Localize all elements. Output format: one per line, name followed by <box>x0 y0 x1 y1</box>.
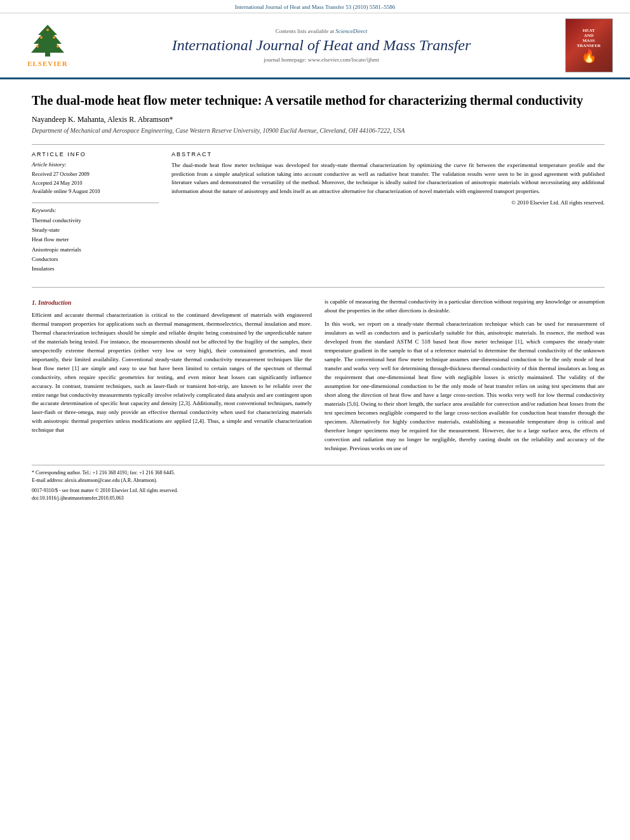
elsevier-logo: ELSEVIER <box>22 23 73 67</box>
keyword-item: Anisotropic materials <box>32 245 159 255</box>
info-abstract-section: ARTICLE INFO Article history: Received 2… <box>32 144 605 274</box>
email-line: E-mail address: alexis.abramson@case.edu… <box>32 477 605 484</box>
journal-header: ELSEVIER Contents lists available at Sci… <box>0 13 630 79</box>
received-date: Received 27 October 2009 <box>32 171 90 177</box>
article-content: The dual-mode heat flow meter technique:… <box>0 79 630 515</box>
article-info-label: ARTICLE INFO <box>32 151 159 157</box>
journal-url: journal homepage: www.elsevier.com/locat… <box>89 57 554 63</box>
keyword-item: Insulators <box>32 264 159 274</box>
article-history-label: Article history: <box>32 161 159 168</box>
svg-point-5 <box>57 45 59 48</box>
top-citation-bar: International Journal of Heat and Mass T… <box>0 0 630 13</box>
journal-name: International Journal of Heat and Mass T… <box>89 37 554 54</box>
authors: Nayandeep K. Mahanta, Alexis R. Abramson… <box>32 115 605 124</box>
svg-point-2 <box>40 36 43 39</box>
article-title: The dual-mode heat flow meter technique:… <box>32 92 605 109</box>
doi-line: doi:10.1016/j.ijheatmasstransfer.2010.05… <box>32 495 605 502</box>
abstract-text: The dual-mode heat flow meter technique … <box>171 161 605 196</box>
journal-cover-image: HEATANDMASSTRANSFER 🔥 <box>565 18 613 72</box>
keyword-item: Thermal conductivity <box>32 216 159 225</box>
intro-para-1: Efficient and accurate thermal character… <box>32 311 312 435</box>
keywords-list: Thermal conductivitySteady-stateHeat flo… <box>32 216 159 274</box>
intro-para-3: In this work, we report on a steady-stat… <box>325 320 605 453</box>
svg-point-4 <box>36 45 39 48</box>
cover-text: HEATANDMASSTRANSFER <box>577 28 601 48</box>
journal-title-area: Contents lists available at ScienceDirec… <box>89 28 554 63</box>
contents-line: Contents lists available at ScienceDirec… <box>89 28 554 34</box>
elsevier-logo-area: ELSEVIER <box>13 23 83 67</box>
svg-point-3 <box>53 36 55 39</box>
abstract-copyright: © 2010 Elsevier Ltd. All rights reserved… <box>171 199 605 206</box>
keyword-item: Conductors <box>32 255 159 264</box>
accepted-date: Accepted 24 May 2010 <box>32 180 83 186</box>
footnote-section: * Corresponding author. Tel.: +1 216 368… <box>32 465 605 502</box>
article-dates: Received 27 October 2009 Accepted 24 May… <box>32 170 159 196</box>
body-right-column: is capable of measuring the thermal cond… <box>325 298 605 458</box>
affiliation: Department of Mechanical and Aerospace E… <box>32 127 605 134</box>
intro-heading: 1. Introduction <box>32 298 312 308</box>
keyword-item: Steady-state <box>32 225 159 235</box>
body-left-column: 1. Introduction Efficient and accurate t… <box>32 298 312 458</box>
citation-text: International Journal of Heat and Mass T… <box>235 4 396 10</box>
abstract-label: ABSTRACT <box>171 151 605 157</box>
elsevier-tree-icon <box>22 23 73 58</box>
cover-flame-icon: 🔥 <box>581 48 597 63</box>
body-columns: 1. Introduction Efficient and accurate t… <box>32 298 605 458</box>
available-online-date: Available online 9 August 2010 <box>32 188 100 194</box>
journal-cover-area: HEATANDMASSTRANSFER 🔥 <box>560 18 617 72</box>
article-info-column: ARTICLE INFO Article history: Received 2… <box>32 151 159 274</box>
body-divider <box>32 287 605 288</box>
corresponding-author: * Corresponding author. Tel.: +1 216 368… <box>32 469 605 477</box>
abstract-column: ABSTRACT The dual-mode heat flow meter t… <box>171 151 605 274</box>
license-line: 0017-9310/$ - see front matter © 2010 El… <box>32 487 605 495</box>
keyword-item: Heat flow meter <box>32 235 159 244</box>
keywords-label: Keywords: <box>32 207 159 213</box>
elsevier-wordmark: ELSEVIER <box>27 60 68 67</box>
svg-point-6 <box>46 29 49 31</box>
intro-para-2: is capable of measuring the thermal cond… <box>325 298 605 316</box>
